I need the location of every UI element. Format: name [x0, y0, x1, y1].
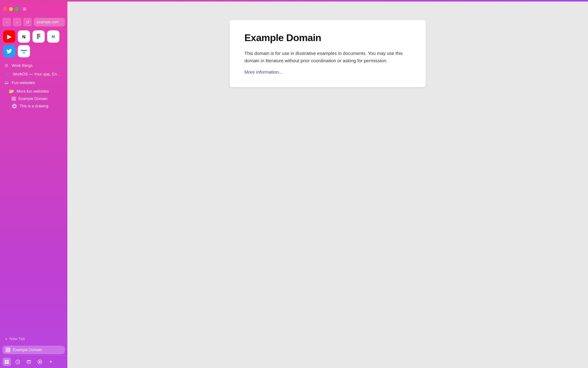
- sidebar-item-label: WorkOS — Your app, En...: [13, 72, 60, 76]
- favorite-twitter[interactable]: [3, 45, 15, 57]
- reader-icon[interactable]: [36, 358, 44, 366]
- fun-websites-icon: 🗂: [4, 80, 9, 85]
- back-button[interactable]: ‹: [2, 18, 11, 26]
- favorite-notion[interactable]: N: [18, 30, 30, 43]
- sidebar-item-fun-websites[interactable]: 🗂 Fun websites: [0, 78, 67, 87]
- sidebar-item-this-is-a-drawing[interactable]: This is a drawing: [0, 102, 67, 110]
- svg-rect-4: [5, 360, 7, 362]
- svg-rect-7: [7, 362, 9, 364]
- sidebar-nav-content: ⊙ Work things ● WorkOS — Your app, En...…: [0, 60, 67, 333]
- sidebar-bottom-toolbar: +: [0, 355, 67, 368]
- sidebar: ⊞ ‹ › ↺ example.com ▶ N: [0, 2, 67, 368]
- content-card: Example Domain This domain is for use in…: [230, 20, 426, 87]
- drawing-icon: [12, 103, 17, 109]
- sidebar-item-example-domain[interactable]: Example Domain: [0, 95, 67, 102]
- svg-text:31: 31: [23, 51, 25, 54]
- sidebar-item-work-things[interactable]: ⊙ Work things: [0, 61, 67, 70]
- sidebar-item-label: More fun websites: [17, 89, 49, 94]
- new-tab-button[interactable]: + New Tab: [1, 334, 66, 343]
- address-bar[interactable]: example.com: [34, 18, 65, 26]
- sidebar-item-label: Example Domain: [18, 97, 47, 101]
- refresh-button[interactable]: ↺: [23, 18, 32, 26]
- favorite-meet[interactable]: M: [47, 30, 59, 43]
- address-bar-row: ‹ › ↺ example.com: [0, 16, 67, 28]
- forward-button[interactable]: ›: [13, 18, 21, 26]
- close-button[interactable]: [3, 7, 7, 11]
- add-bottom-icon[interactable]: +: [47, 358, 55, 366]
- url-display: example.com: [37, 20, 58, 24]
- maximize-button[interactable]: [15, 7, 19, 11]
- more-information-link[interactable]: More information...: [244, 69, 283, 75]
- active-tab[interactable]: Example Domain: [2, 346, 65, 354]
- active-tab-favicon: [6, 347, 10, 352]
- work-things-icon: ⊙: [4, 63, 9, 68]
- main-content-area: Example Domain This domain is for use in…: [67, 2, 588, 368]
- svg-rect-5: [7, 360, 9, 362]
- sidebar-toggle-icon[interactable]: ⊞: [21, 6, 28, 12]
- svg-point-11: [39, 361, 40, 362]
- favorite-calendar[interactable]: 31: [18, 45, 30, 57]
- browser-window: ⊞ ‹ › ↺ example.com ▶ N: [0, 2, 588, 368]
- favorite-figma[interactable]: [32, 30, 45, 43]
- more-fun-websites-icon: 📂: [9, 89, 14, 94]
- sidebar-item-workos[interactable]: ● WorkOS — Your app, En...: [1, 70, 66, 78]
- example-domain-favicon: [12, 97, 16, 101]
- svg-rect-6: [5, 362, 7, 364]
- page-title: Example Domain: [244, 32, 411, 44]
- minimize-button[interactable]: [9, 7, 13, 11]
- favorite-youtube[interactable]: ▶: [3, 30, 15, 43]
- sidebar-toolbar: ⊞: [0, 2, 67, 16]
- page-body: This domain is for use in illustrative e…: [244, 50, 411, 64]
- sidebar-item-label: Work things: [12, 63, 32, 68]
- database-icon[interactable]: [24, 358, 33, 366]
- favorites-row: ▶ N M 31: [0, 28, 67, 60]
- extensions-icon[interactable]: [2, 358, 11, 366]
- sidebar-item-label: This is a drawing: [20, 104, 48, 108]
- new-tab-label: New Tab: [9, 336, 25, 341]
- svg-rect-1: [21, 50, 27, 51]
- svg-point-9: [27, 360, 31, 361]
- history-icon[interactable]: [13, 358, 22, 366]
- sidebar-item-more-fun-websites[interactable]: 📂 More fun websites: [1, 87, 66, 95]
- traffic-lights: [3, 7, 19, 11]
- workos-icon: ●: [5, 71, 10, 76]
- sidebar-item-label: Fun websites: [12, 80, 35, 85]
- active-tab-label: Example Domain: [13, 348, 62, 352]
- new-tab-plus-icon: +: [5, 336, 8, 341]
